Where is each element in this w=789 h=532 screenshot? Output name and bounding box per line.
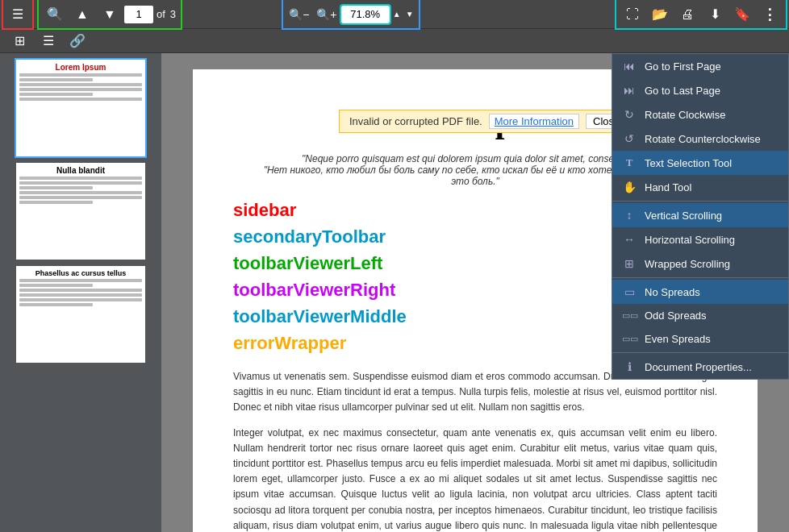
- thumb-line: [19, 177, 142, 180]
- thumbnails-button[interactable]: ⊞: [6, 28, 32, 54]
- text-selection-icon: T: [622, 156, 637, 169]
- menu-label-no-spreads: No Spreads: [645, 286, 700, 298]
- download-button[interactable]: ⬇: [702, 2, 728, 27]
- list-view-button[interactable]: ☰: [35, 28, 61, 54]
- secondary-toolbar: ⊞ ☰ 🔗: [0, 29, 789, 53]
- prev-page-button[interactable]: ▲: [69, 2, 95, 27]
- pdf-viewer[interactable]: Invalid or corrupted PDF file. More Info…: [161, 53, 789, 532]
- menu-item-rotate-cw[interactable]: ↻ Rotate Clockwise: [612, 102, 788, 127]
- menu-item-go-to-last-page[interactable]: ⏭ Go to Last Page: [612, 78, 788, 102]
- wrapped-scrolling-icon: ⊞: [622, 257, 637, 270]
- menu-item-text-selection[interactable]: T Text Selection Tool: [612, 151, 788, 175]
- thumbnails-icon: ⊞: [15, 33, 25, 48]
- document-properties-icon: ℹ: [622, 360, 637, 373]
- thumb-line: [19, 78, 93, 81]
- search-button[interactable]: 🔍: [42, 2, 68, 27]
- open-file-icon: 📂: [652, 6, 668, 22]
- zoom-arrow-down[interactable]: ▼: [404, 2, 415, 27]
- menu-item-go-to-first-page[interactable]: ⏮ Go to First Page: [612, 54, 788, 78]
- error-bar: Invalid or corrupted PDF file. More Info…: [339, 110, 637, 133]
- next-page-button[interactable]: ▼: [97, 2, 123, 27]
- open-file-button[interactable]: 📂: [647, 2, 673, 27]
- menu-label-rotate-cw: Rotate Clockwise: [645, 109, 725, 121]
- odd-spreads-icon: ▭▭: [622, 310, 637, 321]
- menu-item-rotate-ccw[interactable]: ↺ Rotate Counterclockwise: [612, 127, 788, 151]
- even-spreads-icon: ▭▭: [622, 334, 637, 344]
- menu-item-document-properties[interactable]: ℹ Document Properties...: [612, 355, 788, 379]
- zoom-section: 🔍− 🔍+ ▲ ▼: [283, 0, 419, 28]
- thumb-line: [19, 186, 93, 189]
- thumb-line: [19, 98, 142, 101]
- fullscreen-icon: ⛶: [626, 7, 639, 22]
- menu-item-no-spreads[interactable]: ▭ No Spreads: [612, 280, 788, 304]
- menu-label-horizontal-scrolling: Horizontal Scrolling: [645, 234, 735, 246]
- thumb-line: [19, 201, 93, 204]
- search-icon: 🔍: [47, 6, 63, 22]
- zoom-in-icon: 🔍+: [316, 8, 336, 21]
- page-number-input[interactable]: [124, 6, 153, 23]
- fullscreen-button[interactable]: ⛶: [620, 2, 645, 27]
- thumb-title-1: Lorem Ipsum: [56, 63, 106, 72]
- vertical-scrolling-icon: ↕: [622, 209, 637, 222]
- thumb-line: [19, 284, 93, 287]
- sidebar: Lorem Ipsum Nulla blandit Phas: [0, 53, 161, 532]
- next-icon: ▼: [103, 7, 116, 22]
- menu-label-wrapped-scrolling: Wrapped Scrolling: [645, 258, 730, 270]
- thumbnail-item-1[interactable]: Lorem Ipsum: [16, 60, 145, 156]
- page-total-label: 3: [170, 8, 176, 20]
- menu-label-hand-tool: Hand Tool: [645, 181, 691, 193]
- thumb-line: [19, 303, 93, 306]
- zoom-arrow-up[interactable]: ▲: [391, 2, 403, 27]
- thumb-line: [19, 73, 142, 77]
- zoom-in-button[interactable]: 🔍+: [314, 2, 340, 27]
- main-area: Lorem Ipsum Nulla blandit Phas: [0, 53, 789, 532]
- dropdown-menu: ⏮ Go to First Page ⏭ Go to Last Page ↻ R…: [612, 53, 789, 380]
- thumb-line: [19, 293, 142, 297]
- horizontal-scrolling-icon: ↔: [622, 233, 637, 246]
- page-of-label: of: [157, 8, 165, 20]
- go-to-last-page-icon: ⏭: [622, 84, 637, 97]
- print-button[interactable]: 🖨: [674, 2, 700, 27]
- thumb-content-2: [19, 177, 142, 204]
- more-info-link[interactable]: More Information: [489, 114, 579, 129]
- thumb-line: [19, 289, 142, 292]
- menu-label-odd-spreads: Odd Spreads: [645, 310, 707, 322]
- menu-separator-1: [612, 201, 788, 202]
- menu-item-even-spreads[interactable]: ▭▭ Even Spreads: [612, 327, 788, 351]
- bookmark-icon: 🔖: [734, 6, 750, 22]
- attachment-icon: 🔗: [69, 33, 86, 48]
- prev-icon: ▲: [76, 7, 89, 22]
- thumb-line: [19, 298, 142, 301]
- rotate-cw-icon: ↻: [622, 108, 637, 121]
- error-message: Invalid or corrupted PDF file.: [349, 115, 482, 127]
- hamburger-icon: ☰: [12, 6, 23, 22]
- menu-label-go-to-first-page: Go to First Page: [645, 60, 721, 73]
- bookmark-button[interactable]: 🔖: [729, 2, 755, 27]
- thumb-line: [19, 279, 142, 282]
- pdf-body-2: Integer volutpat, ex nec maximus consect…: [233, 426, 717, 532]
- menu-item-odd-spreads[interactable]: ▭▭ Odd Spreads: [612, 304, 788, 327]
- thumb-line: [19, 196, 142, 199]
- thumb-line: [19, 93, 93, 96]
- hamburger-button[interactable]: ☰: [5, 2, 31, 27]
- menu-label-even-spreads: Even Spreads: [645, 333, 711, 345]
- thumbnail-item-2[interactable]: Nulla blandit: [16, 163, 145, 260]
- zoom-input[interactable]: [341, 6, 390, 23]
- thumb-line: [19, 83, 142, 86]
- menu-item-wrapped-scrolling[interactable]: ⊞ Wrapped Scrolling: [612, 251, 788, 276]
- thumbnail-item-3[interactable]: Phasellus ac cursus tellus: [16, 266, 145, 363]
- more-button[interactable]: ⋮: [757, 2, 783, 27]
- print-icon: 🖨: [681, 7, 694, 22]
- menu-item-hand-tool[interactable]: ✋ Hand Tool: [612, 175, 788, 199]
- thumb-line: [19, 88, 142, 91]
- zoom-out-button[interactable]: 🔍−: [286, 2, 312, 27]
- menu-label-vertical-scrolling: Vertical Scrolling: [645, 210, 722, 222]
- menu-item-vertical-scrolling[interactable]: ↕ Vertical Scrolling: [612, 203, 788, 227]
- menu-label-text-selection: Text Selection Tool: [645, 157, 732, 169]
- thumb-content-3: [19, 279, 142, 306]
- thumb-line: [19, 191, 142, 194]
- menu-label-rotate-ccw: Rotate Counterclockwise: [645, 133, 761, 145]
- more-icon: ⋮: [762, 6, 777, 23]
- attachment-button[interactable]: 🔗: [65, 28, 90, 54]
- menu-item-horizontal-scrolling[interactable]: ↔ Horizontal Scrolling: [612, 227, 788, 251]
